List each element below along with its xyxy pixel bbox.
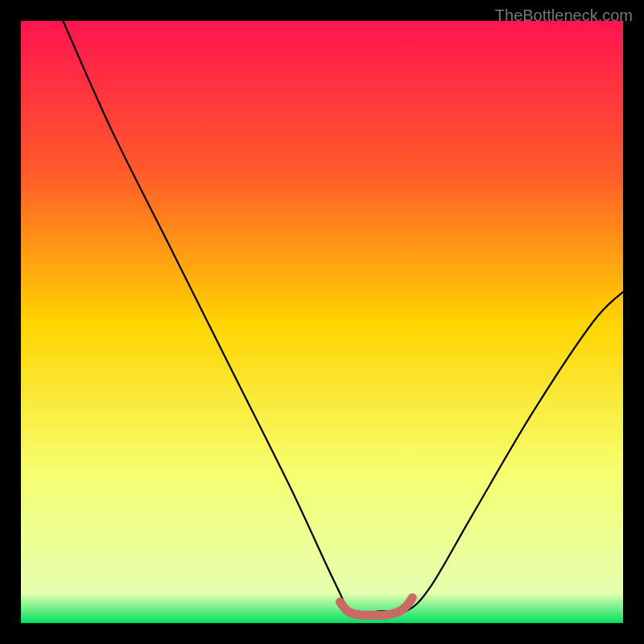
chart-frame [21,21,623,623]
chart-svg [21,21,623,623]
gradient-background [21,21,623,623]
watermark-text: TheBottleneck.com [495,6,633,25]
